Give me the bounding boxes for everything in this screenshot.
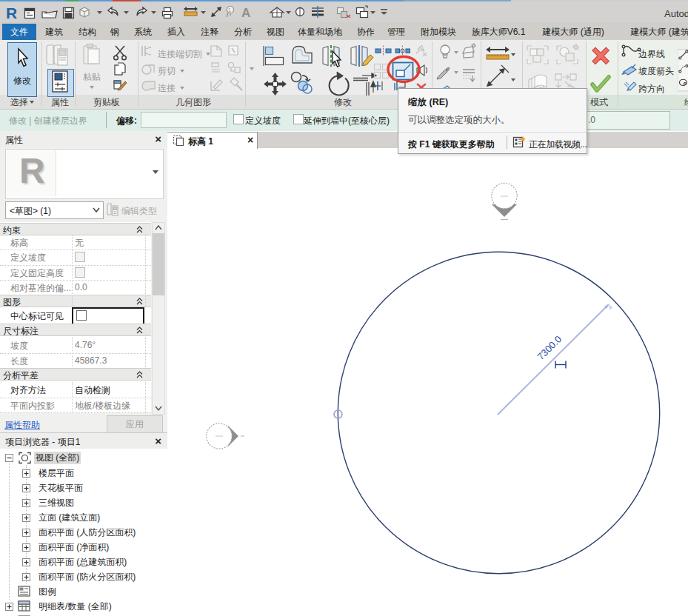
svg-text:1: 1 [228, 7, 231, 13]
svg-text:A: A [241, 6, 250, 20]
svg-text:7300.0: 7300.0 [535, 333, 564, 362]
svg-text:R: R [6, 4, 17, 21]
